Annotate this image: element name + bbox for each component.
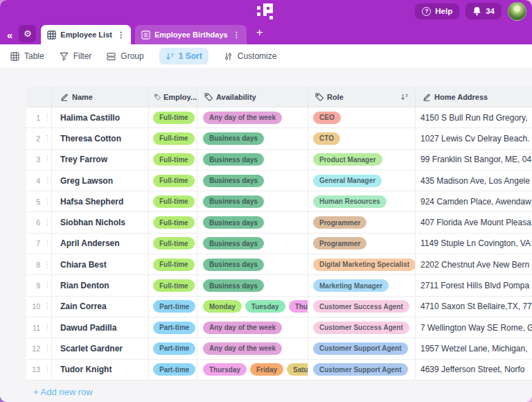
- employment-cell[interactable]: Full-time: [149, 212, 197, 232]
- name-cell[interactable]: Scarlet Gardner: [52, 338, 149, 358]
- row-handle-cell[interactable]: 7 ⋮: [26, 234, 52, 254]
- row-handle-cell[interactable]: 11 ⋮: [26, 317, 52, 338]
- name-cell[interactable]: Rian Denton: [52, 275, 149, 295]
- drag-handle-icon[interactable]: ⋮: [44, 219, 51, 226]
- availability-cell[interactable]: Business days: [197, 150, 308, 170]
- name-cell[interactable]: April Andersen: [52, 234, 149, 254]
- role-cell[interactable]: Customer Success Agent: [308, 317, 416, 338]
- availability-cell[interactable]: Business days: [197, 171, 308, 191]
- name-cell[interactable]: Siobhan Nichols: [52, 212, 149, 232]
- filter-button[interactable]: Filter: [60, 51, 92, 61]
- employment-cell[interactable]: Full-time: [149, 128, 197, 148]
- availability-cell[interactable]: Business days: [197, 234, 308, 254]
- name-cell[interactable]: Chiara Best: [52, 254, 149, 274]
- name-cell[interactable]: Dawud Padilla: [52, 317, 149, 338]
- employment-cell[interactable]: Full-time: [149, 234, 197, 254]
- address-cell[interactable]: 2202 Chestnut Ave New Bern: [416, 254, 532, 274]
- name-cell[interactable]: Theresa Cotton: [52, 128, 149, 148]
- role-cell[interactable]: Customer Support Agent: [308, 338, 416, 358]
- employment-cell[interactable]: Full-time: [149, 254, 197, 274]
- address-cell[interactable]: 407 Florida Ave Mount Pleasa: [416, 212, 532, 232]
- availability-cell[interactable]: Business days: [197, 212, 308, 232]
- drag-handle-icon[interactable]: ⋮: [44, 156, 51, 163]
- employment-cell[interactable]: Part-time: [149, 317, 197, 338]
- role-cell[interactable]: Customer Success Agent: [308, 297, 416, 317]
- role-cell[interactable]: Digital Marketing Specialist: [308, 254, 416, 274]
- role-cell[interactable]: Customer Support Agent: [308, 360, 416, 380]
- role-cell[interactable]: Programmer: [308, 212, 416, 232]
- address-cell[interactable]: 2711 Forest Hills Blvd Pompa: [416, 275, 532, 295]
- drag-handle-icon[interactable]: ⋮: [44, 282, 51, 289]
- header-availability[interactable]: Availability: [197, 87, 308, 107]
- user-avatar[interactable]: [508, 2, 526, 21]
- employment-cell[interactable]: Full-time: [149, 171, 197, 191]
- drag-handle-icon[interactable]: ⋮: [44, 261, 51, 268]
- board-settings-button[interactable]: ⚙: [19, 25, 36, 42]
- role-cell[interactable]: Programmer: [308, 234, 416, 254]
- employment-cell[interactable]: Full-time: [149, 107, 197, 128]
- tab-menu-icon[interactable]: ⋮: [233, 30, 240, 40]
- collapse-sidebar-icon[interactable]: «: [7, 30, 12, 40]
- header-name[interactable]: Name: [52, 87, 149, 107]
- row-handle-cell[interactable]: 10 ⋮: [26, 297, 52, 317]
- row-handle-cell[interactable]: 8 ⋮: [26, 254, 52, 274]
- sort-button[interactable]: 1 Sort: [159, 48, 209, 64]
- row-handle-cell[interactable]: 13 ⋮: [26, 360, 52, 380]
- add-new-row-button[interactable]: + Add new row: [33, 387, 93, 397]
- name-cell[interactable]: Trey Farrow: [52, 150, 149, 170]
- drag-handle-icon[interactable]: ⋮: [44, 198, 51, 205]
- address-cell[interactable]: 1149 Stuple Ln Covington, VA: [416, 234, 532, 254]
- row-handle-cell[interactable]: 4 ⋮: [26, 171, 52, 191]
- employment-cell[interactable]: Part-time: [149, 297, 197, 317]
- row-handle-cell[interactable]: 5 ⋮: [26, 191, 52, 211]
- role-cell[interactable]: Product Manager: [308, 150, 416, 170]
- address-cell[interactable]: 1027 Lewis Cv Delray Beach.: [416, 128, 532, 148]
- employment-cell[interactable]: Full-time: [149, 150, 197, 170]
- availability-cell[interactable]: Business days: [197, 128, 308, 148]
- help-button[interactable]: ? Help: [415, 3, 459, 19]
- name-cell[interactable]: Zain Correa: [52, 297, 149, 317]
- sorted-column-icon[interactable]: [400, 93, 409, 101]
- notifications-button[interactable]: 34: [466, 3, 502, 19]
- row-handle-cell[interactable]: 12 ⋮: [26, 338, 52, 358]
- employment-cell[interactable]: Full-time: [149, 191, 197, 211]
- availability-cell[interactable]: MondayTuesdayThursday: [197, 297, 308, 317]
- employment-cell[interactable]: Part-time: [149, 338, 197, 358]
- drag-handle-icon[interactable]: ⋮: [44, 240, 51, 247]
- drag-handle-icon[interactable]: ⋮: [44, 135, 51, 142]
- drag-handle-icon[interactable]: ⋮: [44, 114, 51, 121]
- view-table-button[interactable]: Table: [10, 51, 44, 61]
- address-cell[interactable]: 7 Wellington Way SE Rome, G: [416, 317, 532, 338]
- availability-cell[interactable]: Business days: [197, 191, 308, 211]
- role-cell[interactable]: Marketing Manager: [308, 275, 416, 295]
- row-handle-cell[interactable]: 2 ⋮: [26, 128, 52, 148]
- employment-cell[interactable]: Full-time: [149, 275, 197, 295]
- address-cell[interactable]: 99 Franklin St Bangor, ME, 04: [416, 150, 532, 170]
- drag-handle-icon[interactable]: ⋮: [44, 345, 51, 352]
- address-cell[interactable]: 4710 Saxon St Bellaire,TX, 77: [416, 297, 532, 317]
- employment-cell[interactable]: Part-time: [149, 360, 197, 380]
- role-cell[interactable]: CTO: [308, 128, 416, 148]
- name-cell[interactable]: Tudor Knight: [52, 360, 149, 380]
- address-cell[interactable]: 1957 Wetzel Lane, Michigan,: [416, 338, 532, 358]
- availability-cell[interactable]: Any day of the week: [197, 107, 308, 128]
- availability-cell[interactable]: Any day of the week: [197, 317, 308, 338]
- group-button[interactable]: Group: [107, 51, 143, 61]
- role-cell[interactable]: General Manager: [308, 171, 416, 191]
- drag-handle-icon[interactable]: ⋮: [44, 324, 51, 331]
- availability-cell[interactable]: Business days: [197, 254, 308, 274]
- header-employment[interactable]: Employ...: [149, 87, 197, 107]
- tab-menu-icon[interactable]: ⋮: [117, 30, 125, 40]
- name-cell[interactable]: Halima Castillo: [52, 107, 149, 128]
- row-handle-cell[interactable]: 9 ⋮: [26, 275, 52, 295]
- role-cell[interactable]: CEO: [308, 107, 416, 128]
- availability-cell[interactable]: Business days: [197, 275, 308, 295]
- address-cell[interactable]: 4150 S Bull Run Rd Gregory,: [416, 107, 532, 128]
- name-cell[interactable]: Hafsa Shepherd: [52, 191, 149, 211]
- address-cell[interactable]: 4639 Jefferson Street, Norfo: [416, 360, 532, 380]
- drag-handle-icon[interactable]: ⋮: [44, 177, 51, 184]
- availability-cell[interactable]: ThursdayFridaySaturday: [197, 360, 308, 380]
- app-logo[interactable]: [257, 3, 276, 19]
- tab-employee-birthdays[interactable]: Employee Birthdays ⋮: [135, 25, 247, 44]
- address-cell[interactable]: 924 Camden Place, Awendaw: [416, 191, 532, 211]
